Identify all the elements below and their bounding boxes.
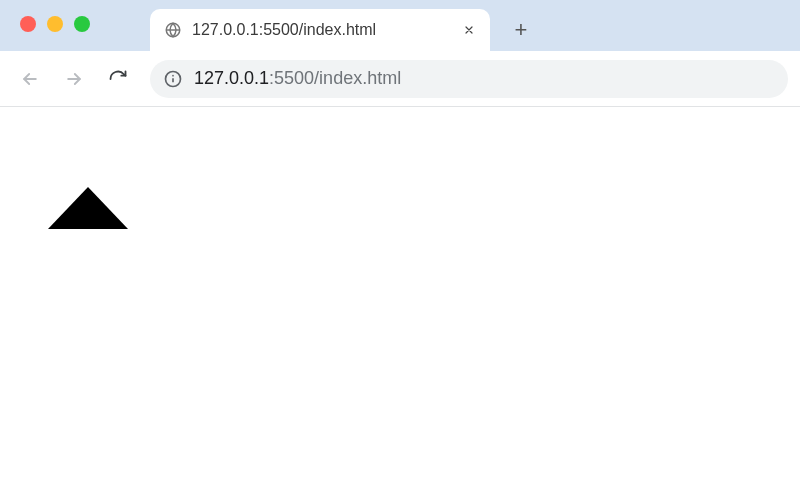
reload-button[interactable] [100,61,136,97]
tabstrip: 127.0.0.1:5500/index.html + [150,0,538,51]
window-minimize-button[interactable] [47,16,63,32]
tab-close-button[interactable] [462,23,476,37]
back-button[interactable] [12,61,48,97]
triangle-up-icon [48,187,128,229]
url-text: 127.0.0.1:5500/index.html [194,68,401,89]
forward-button[interactable] [56,61,92,97]
url-host: 127.0.0.1 [194,68,269,88]
page-viewport [0,107,800,504]
tab-title: 127.0.0.1:5500/index.html [192,21,452,39]
globe-icon [164,21,182,39]
site-info-icon[interactable] [162,68,184,90]
svg-point-3 [172,74,174,76]
window-maximize-button[interactable] [74,16,90,32]
new-tab-button[interactable]: + [504,13,538,47]
browser-tab[interactable]: 127.0.0.1:5500/index.html [150,9,490,51]
url-path: :5500/index.html [269,68,401,88]
browser-toolbar: 127.0.0.1:5500/index.html [0,51,800,107]
window-controls [20,16,90,32]
browser-tabstrip-area: 127.0.0.1:5500/index.html + [0,0,800,51]
address-bar[interactable]: 127.0.0.1:5500/index.html [150,60,788,98]
window-close-button[interactable] [20,16,36,32]
